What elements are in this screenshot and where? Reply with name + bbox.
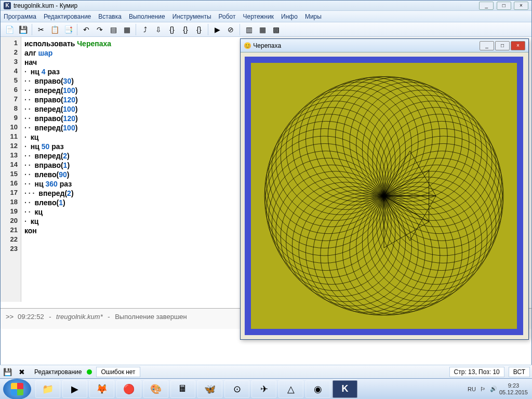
app-icon: K <box>4 2 11 9</box>
window-title: treugolnik.kum - Кумир <box>14 2 77 9</box>
task-firefox[interactable]: 🦊 <box>89 380 114 398</box>
toolbar-button[interactable]: ▶ <box>211 23 223 36</box>
svg-point-22 <box>343 193 462 312</box>
start-button[interactable] <box>3 379 31 400</box>
status-insert-mode: ВСТ <box>509 367 530 377</box>
menu-bar: ПрограммаРедактированиеВставкаВыполнение… <box>1 11 531 22</box>
cancel-icon[interactable]: ✖ <box>16 367 28 377</box>
toolbar-button[interactable]: ▩ <box>270 23 282 36</box>
svg-point-34 <box>269 158 388 277</box>
system-tray[interactable]: RU 🏳 🔊 9:23 05.12.2015 <box>461 382 532 396</box>
toolbar-button[interactable]: ▦ <box>256 23 269 36</box>
svg-point-49 <box>321 76 440 196</box>
svg-point-16 <box>377 165 496 284</box>
toolbar-button[interactable]: ⊘ <box>224 23 237 36</box>
tray-lang[interactable]: RU <box>468 386 476 392</box>
toolbar-button[interactable]: 📄 <box>3 23 16 36</box>
svg-line-8 <box>384 196 410 241</box>
tray-clock[interactable]: 9:23 05.12.2015 <box>499 382 528 396</box>
task-app3[interactable]: ⊙ <box>224 380 249 398</box>
title-bar[interactable]: K treugolnik.kum - Кумир _ □ × <box>1 1 531 11</box>
task-app5[interactable]: △ <box>278 380 303 398</box>
console-prompt: >> <box>6 313 14 321</box>
turtle-canvas <box>245 57 523 335</box>
svg-point-24 <box>328 196 447 315</box>
svg-point-15 <box>380 158 499 277</box>
toolbar-button[interactable]: 📋 <box>48 23 61 36</box>
status-bar: 💾 ✖ Редактирование Ошибок нет Стр: 13, П… <box>0 365 532 378</box>
turtle-close-button[interactable]: × <box>511 41 525 50</box>
svg-point-25 <box>321 196 440 315</box>
svg-point-42 <box>276 101 395 220</box>
menu-Программа[interactable]: Программа <box>4 13 36 20</box>
task-paint[interactable]: 🎨 <box>143 380 168 398</box>
status-light-icon <box>87 369 92 375</box>
task-calc[interactable]: 🖩 <box>170 380 195 398</box>
svg-point-27 <box>305 193 425 312</box>
menu-Чертежник[interactable]: Чертежник <box>243 13 274 20</box>
svg-point-40 <box>269 114 388 234</box>
console-file: treugolnik.kum* <box>56 313 103 321</box>
toolbar-button[interactable]: 💾 <box>17 23 29 36</box>
turtle-minimize-button[interactable]: _ <box>480 41 494 50</box>
svg-point-37 <box>264 136 384 256</box>
line-gutter: 1234567891011121314151617181920212223 <box>1 37 21 302</box>
task-app4[interactable]: ✈ <box>251 380 276 398</box>
toolbar-button[interactable]: ▤ <box>107 23 119 36</box>
save-icon[interactable]: 💾 <box>1 367 14 377</box>
status-mode: Редактирование <box>29 368 87 376</box>
window-controls: _ □ × <box>478 2 528 10</box>
tray-flag-icon[interactable]: 🏳 <box>480 386 486 392</box>
turtle-maximize-button[interactable]: □ <box>495 41 510 50</box>
task-app1[interactable]: 🔴 <box>116 380 141 398</box>
toolbar: 📄💾✂📋📑↶↷▤▦⤴⇩{}{}{}▶⊘▥▦▩ <box>1 22 531 37</box>
toolbar-button[interactable]: ▥ <box>243 23 255 36</box>
task-chrome[interactable]: ◉ <box>305 380 330 398</box>
svg-point-59 <box>380 114 499 234</box>
task-app2[interactable]: 🦋 <box>197 380 222 398</box>
svg-point-17 <box>373 171 492 291</box>
minimize-button[interactable]: _ <box>479 2 494 10</box>
status-errors: Ошибок нет <box>96 367 140 377</box>
task-media[interactable]: ▶ <box>62 380 87 398</box>
toolbar-button[interactable]: ▦ <box>121 23 133 36</box>
toolbar-button[interactable]: ↶ <box>80 23 92 36</box>
svg-point-57 <box>373 101 492 220</box>
turtle-title: Черепаха <box>253 42 281 49</box>
turtle-icon: 😊 <box>244 42 251 49</box>
menu-Редактирование[interactable]: Редактирование <box>44 13 91 20</box>
svg-point-47 <box>305 79 425 199</box>
svg-point-52 <box>343 79 462 199</box>
turtle-title-bar[interactable]: 😊 Черепаха _ □ × <box>241 39 528 52</box>
svg-point-41 <box>272 108 391 227</box>
toolbar-button[interactable]: {} <box>179 23 192 36</box>
taskbar[interactable]: 📁 ▶ 🦊 🔴 🎨 🖩 🦋 ⊙ ✈ △ ◉ K RU 🏳 🔊 9:23 05.1… <box>0 378 532 399</box>
svg-point-32 <box>276 171 395 291</box>
task-kumir[interactable]: K <box>332 380 357 398</box>
console-msg: Выполнение завершен <box>115 313 187 321</box>
close-button[interactable]: × <box>514 2 528 10</box>
menu-Выполнение[interactable]: Выполнение <box>129 13 165 20</box>
svg-point-33 <box>272 165 391 284</box>
menu-Инфо[interactable]: Инфо <box>281 13 298 20</box>
task-explorer[interactable]: 📁 <box>35 380 60 398</box>
svg-line-0 <box>384 151 410 196</box>
toolbar-button[interactable]: ⇩ <box>152 23 165 36</box>
maximize-button[interactable]: □ <box>497 2 511 10</box>
console-time: 09:22:52 <box>18 313 44 321</box>
menu-Вставка[interactable]: Вставка <box>98 13 122 20</box>
toolbar-button[interactable]: ↷ <box>94 23 106 36</box>
turtle-window[interactable]: 😊 Черепаха _ □ × <box>240 38 529 340</box>
svg-point-58 <box>377 108 496 227</box>
toolbar-button[interactable]: {} <box>166 23 178 36</box>
tray-volume-icon[interactable]: 🔊 <box>490 385 497 392</box>
menu-Инструменты[interactable]: Инструменты <box>172 13 211 20</box>
toolbar-button[interactable]: 📑 <box>62 23 74 36</box>
status-position: Стр: 13, Поз: 10 <box>449 367 504 377</box>
toolbar-button[interactable]: ⤴ <box>139 23 151 36</box>
menu-Робот[interactable]: Робот <box>219 13 236 20</box>
svg-point-50 <box>328 76 447 196</box>
menu-Миры[interactable]: Миры <box>305 13 322 20</box>
toolbar-button[interactable]: {} <box>193 23 205 36</box>
toolbar-button[interactable]: ✂ <box>35 23 47 36</box>
